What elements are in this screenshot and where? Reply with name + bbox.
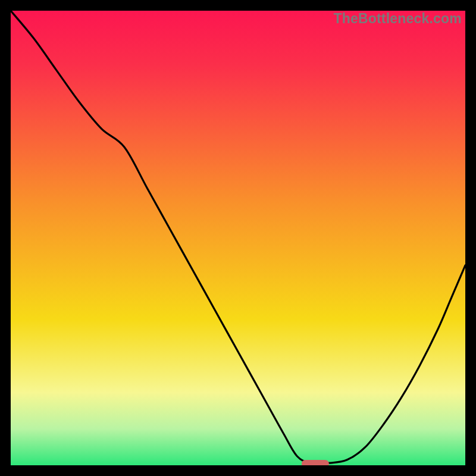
chart-svg [11,11,465,465]
bottleneck-curve [11,11,465,464]
plot-area: TheBottleneck.com [11,11,465,465]
chart-frame: TheBottleneck.com [0,0,476,476]
optimal-marker [302,460,329,465]
